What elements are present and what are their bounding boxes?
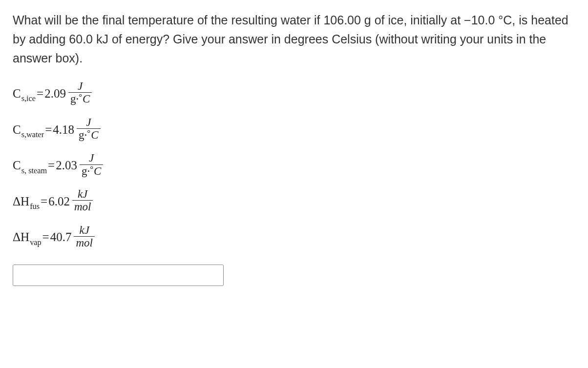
unit-fraction: J g·°C: [77, 117, 101, 142]
equals: =: [45, 123, 52, 137]
constants-list: C s,ice = 2.09 J g·°C C s,water = 4.18 J…: [13, 81, 575, 250]
unit-numerator: J: [76, 81, 84, 92]
symbol-sub: s,water: [21, 130, 44, 140]
symbol-main: ΔH: [13, 230, 29, 244]
unit-fraction: kJ mol: [74, 225, 95, 250]
equals: =: [48, 159, 55, 172]
value: 2.03: [56, 159, 77, 172]
symbol-sub: fus: [30, 202, 40, 211]
unit-numerator: J: [84, 117, 93, 128]
symbol-sub: s,ice: [21, 94, 36, 103]
value: 6.02: [48, 195, 70, 208]
unit-numerator: J: [87, 152, 96, 164]
unit-fraction: J g·°C: [68, 81, 92, 106]
unit-numerator: kJ: [76, 188, 89, 200]
value: 4.18: [53, 123, 74, 137]
value: 2.09: [44, 87, 66, 101]
value: 40.7: [50, 230, 72, 244]
unit-fraction: J g·°C: [80, 152, 104, 178]
symbol-sub: vap: [30, 238, 41, 247]
answer-input[interactable]: [13, 265, 224, 286]
symbol-main: C: [13, 123, 21, 137]
symbol-sub: s, steam: [21, 166, 47, 176]
unit-denominator: g·°C: [80, 164, 104, 178]
symbol-main: ΔH: [13, 195, 29, 208]
question-text: What will be the final temperature of th…: [13, 11, 575, 67]
symbol-main: C: [13, 159, 21, 172]
constant-dh-fus: ΔH fus = 6.02 kJ mol: [13, 189, 575, 214]
unit-fraction: kJ mol: [72, 188, 93, 214]
unit-denominator: mol: [72, 200, 93, 213]
constant-cs-water: C s,water = 4.18 J g·°C: [13, 117, 575, 143]
equals: =: [41, 195, 47, 208]
unit-numerator: kJ: [78, 225, 91, 236]
unit-denominator: g·°C: [77, 128, 101, 142]
equals: =: [42, 230, 49, 244]
constant-cs-steam: C s, steam = 2.03 J g·°C: [13, 153, 575, 178]
constant-dh-vap: ΔH vap = 40.7 kJ mol: [13, 225, 575, 250]
equals: =: [37, 87, 43, 101]
unit-denominator: g·°C: [68, 92, 92, 105]
symbol-main: C: [13, 87, 21, 101]
unit-denominator: mol: [74, 236, 95, 249]
constant-cs-ice: C s,ice = 2.09 J g·°C: [13, 81, 575, 106]
